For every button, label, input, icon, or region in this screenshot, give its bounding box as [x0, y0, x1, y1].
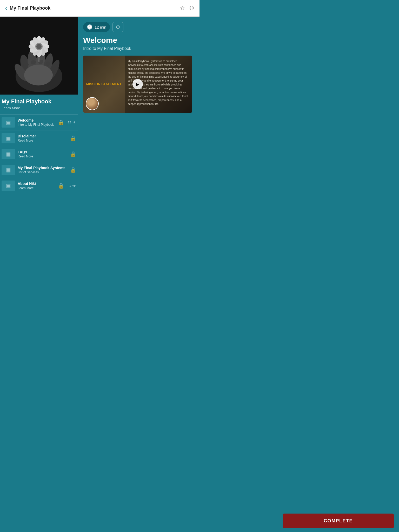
svg-point-27 — [36, 44, 42, 49]
lesson-thumbnail: ▣ — [2, 133, 15, 143]
playbook-main-title: My Final Playbook — [2, 98, 75, 105]
thumb-play-icon: ▣ — [6, 183, 11, 189]
duration-badge: 🕐 12 min — [83, 22, 110, 32]
lock-icon: 🔒 — [70, 167, 76, 173]
header: ‹ My Final Playbook ☆ ⚇ — [0, 0, 200, 17]
playbook-title-area: My Final Playbook Learn More — [0, 95, 78, 112]
lesson-name: FAQs — [18, 150, 67, 154]
svg-point-8 — [24, 65, 53, 85]
link-badge[interactable]: ⚇ — [112, 22, 123, 32]
lesson-text: My Final Playbook Systems List of Servic… — [18, 166, 67, 174]
lesson-name: My Final Playbook Systems — [18, 166, 67, 170]
main-content: My Final Playbook Learn More ▣ Welcome I… — [0, 17, 200, 194]
header-title: My Final Playbook — [10, 5, 50, 11]
lesson-description: Read More — [18, 155, 67, 158]
lesson-description: Read More — [18, 139, 67, 142]
lesson-description: Intro to My Final Playbook — [18, 123, 55, 127]
lesson-item[interactable]: ▣ My Final Playbook Systems List of Serv… — [0, 162, 78, 178]
thumb-play-icon: ▣ — [6, 119, 11, 125]
lesson-name: Welcome — [18, 118, 55, 122]
thumb-play-icon: ▣ — [6, 151, 11, 157]
left-column: My Final Playbook Learn More ▣ Welcome I… — [0, 17, 78, 194]
lesson-thumbnail: ▣ — [2, 149, 15, 159]
lock-icon: 🔒 — [70, 151, 76, 157]
presenter-avatar — [86, 97, 99, 110]
lesson-text: About Niki Learn More — [18, 182, 55, 190]
lesson-thumbnail: ▣ — [2, 117, 15, 128]
mission-video-thumbnail[interactable]: MISSION STATEMENT My Final Playbook Syst… — [83, 56, 192, 113]
lesson-thumbnail: ▣ — [2, 165, 15, 175]
lesson-item[interactable]: ▣ FAQs Read More 🔒 — [0, 146, 78, 162]
clock-icon: 🕐 — [87, 24, 92, 30]
thumb-play-icon: ▣ — [6, 167, 11, 173]
back-button[interactable]: ‹ — [5, 5, 7, 11]
lesson-description: Learn More — [18, 186, 55, 190]
hero-image — [0, 17, 78, 95]
lesson-item[interactable]: ▣ Welcome Intro to My Final Playbook 🔒 1… — [0, 114, 78, 130]
duration-text: 12 min — [95, 25, 106, 29]
lock-icon: 🔒 — [70, 135, 76, 141]
playbook-subtitle: Learn More — [2, 106, 75, 110]
lesson-item[interactable]: ▣ Disclaimer Read More 🔒 — [0, 130, 78, 146]
lesson-list: ▣ Welcome Intro to My Final Playbook 🔒 1… — [0, 114, 78, 194]
lesson-duration: 12 min — [67, 121, 76, 124]
svg-point-10 — [31, 60, 36, 64]
video-content: MISSION STATEMENT My Final Playbook Syst… — [83, 56, 192, 113]
play-button[interactable]: ▶ — [132, 79, 143, 89]
lesson-name: About Niki — [18, 182, 55, 186]
welcome-title: Welcome — [83, 36, 194, 45]
header-left: ‹ My Final Playbook — [5, 5, 50, 11]
welcome-subtitle: Intro to My Final Playbook — [83, 46, 194, 51]
lesson-item[interactable]: ▣ About Niki Learn More 🔒 1 min — [0, 178, 78, 194]
lesson-thumbnail: ▣ — [2, 181, 15, 191]
svg-point-12 — [45, 62, 50, 66]
mission-label: MISSION STATEMENT — [86, 82, 122, 86]
lock-icon: 🔒 — [58, 119, 64, 125]
lesson-text: FAQs Read More — [18, 150, 67, 158]
lock-icon: 🔒 — [58, 183, 64, 189]
lesson-description: List of Services — [18, 170, 67, 174]
share-icon[interactable]: ⚇ — [189, 5, 194, 12]
bookmark-icon[interactable]: ☆ — [180, 5, 185, 12]
meta-row: 🕐 12 min ⚇ — [83, 22, 194, 32]
lesson-text: Welcome Intro to My Final Playbook — [18, 118, 55, 127]
right-column: 🕐 12 min ⚇ Welcome Intro to My Final Pla… — [78, 17, 200, 194]
lesson-name: Disclaimer — [18, 134, 67, 138]
svg-point-9 — [23, 63, 29, 67]
header-icons: ☆ ⚇ — [180, 5, 194, 12]
thumb-play-icon: ▣ — [6, 135, 11, 141]
lesson-duration: 1 min — [67, 184, 76, 187]
lesson-text: Disclaimer Read More — [18, 134, 67, 142]
